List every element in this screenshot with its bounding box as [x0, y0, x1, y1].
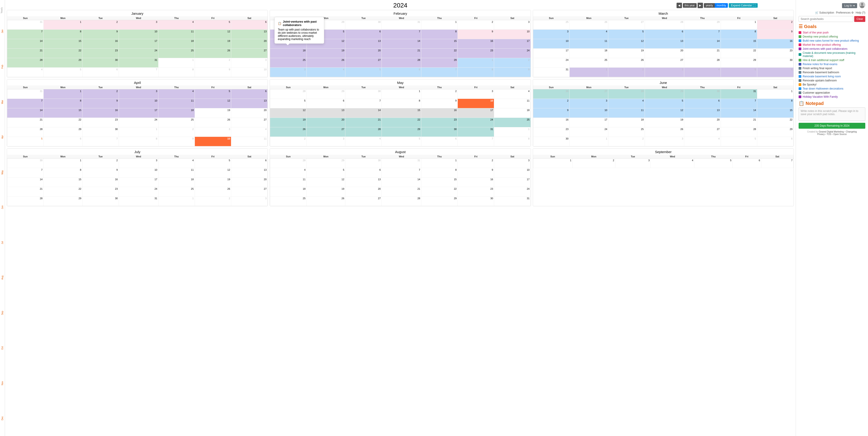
table-row[interactable]: 23	[82, 49, 119, 58]
table-row[interactable]: 4	[270, 168, 307, 177]
table-row[interactable]: 29	[43, 127, 83, 137]
table-row[interactable]: 28	[270, 158, 307, 168]
tos-link[interactable]: TOS	[827, 133, 831, 136]
table-row[interactable]: 3	[533, 30, 569, 39]
table-row[interactable]: 16	[82, 177, 119, 187]
table-row[interactable]: 11	[158, 30, 195, 39]
table-row[interactable]: 14	[382, 39, 421, 49]
table-row[interactable]: 9	[458, 30, 494, 39]
table-row[interactable]: 15	[43, 108, 83, 118]
table-row[interactable]: 13	[645, 39, 684, 49]
table-row[interactable]: 2	[82, 20, 119, 30]
table-row[interactable]: 21	[345, 118, 382, 127]
table-row[interactable]: 15	[757, 108, 794, 118]
list-item[interactable]: Renovate basement living room	[799, 75, 865, 79]
table-row[interactable]: 28	[645, 20, 684, 30]
table-row[interactable]: 11	[569, 39, 608, 49]
list-item[interactable]: Build new sales funnel for new product o…	[799, 39, 865, 43]
table-row[interactable]: 5	[694, 158, 733, 168]
table-row[interactable]: 28	[608, 89, 645, 99]
table-row[interactable]: 14	[7, 39, 43, 49]
table-row[interactable]: 11	[231, 137, 268, 146]
table-row[interactable]: 9	[421, 99, 458, 108]
table-row[interactable]: 3	[615, 158, 651, 168]
table-row[interactable]: 1	[421, 20, 458, 30]
table-row[interactable]: 8	[721, 30, 757, 39]
sidebar-month-apr[interactable]: Apr	[0, 119, 5, 155]
table-row[interactable]: 16	[421, 108, 458, 118]
search-input[interactable]	[799, 16, 853, 22]
table-row[interactable]: 10	[119, 30, 158, 39]
table-row[interactable]: 17	[119, 108, 158, 118]
table-row[interactable]: 27	[231, 49, 268, 58]
table-row[interactable]: 21	[7, 118, 43, 127]
table-row[interactable]: 29	[421, 58, 458, 68]
table-row[interactable]: 7	[7, 168, 43, 177]
table-row[interactable]: 5	[195, 89, 231, 99]
table-row[interactable]: 1	[158, 58, 195, 68]
table-row[interactable]: 3	[119, 158, 158, 168]
table-row[interactable]: 12	[270, 108, 307, 118]
table-row[interactable]: 6	[645, 30, 684, 39]
open-source-link[interactable]: Open Source	[833, 133, 847, 136]
table-row[interactable]: 21	[721, 118, 757, 127]
table-row[interactable]: 10	[494, 168, 530, 177]
list-item[interactable]: Tear down Halloween decorations	[799, 87, 865, 91]
table-row[interactable]: 31	[7, 20, 43, 30]
table-row[interactable]: 1	[494, 127, 530, 137]
table-row[interactable]: 24	[533, 58, 569, 68]
table-row[interactable]: 5	[645, 99, 684, 108]
table-row[interactable]: 7	[82, 137, 119, 146]
table-row[interactable]: 1	[721, 20, 757, 30]
changelog-link[interactable]: Changelog	[846, 130, 857, 133]
table-row[interactable]: 24	[458, 118, 494, 127]
table-row[interactable]: 18	[158, 39, 195, 49]
table-row[interactable]: 17	[569, 118, 608, 127]
table-row[interactable]: 3	[645, 137, 684, 146]
table-row[interactable]: 8	[421, 168, 458, 177]
table-row[interactable]: 22	[421, 187, 458, 197]
table-row[interactable]: 28	[721, 127, 757, 137]
table-row[interactable]: 29	[43, 197, 83, 206]
table-row[interactable]: 26	[195, 187, 231, 197]
next-year-button[interactable]: ▶	[698, 3, 703, 8]
table-row[interactable]: 7	[382, 168, 421, 177]
table-row[interactable]: 3	[458, 89, 494, 99]
table-row[interactable]: 8	[458, 68, 494, 77]
sidebar-month-mar[interactable]: Mar	[0, 84, 5, 120]
table-row[interactable]: 10	[231, 68, 268, 77]
table-row[interactable]: 15	[43, 39, 83, 49]
table-row[interactable]: 4	[684, 68, 721, 77]
table-row[interactable]: 21	[382, 49, 421, 58]
table-row[interactable]: 1	[43, 20, 83, 30]
table-row[interactable]: 11	[270, 177, 307, 187]
table-row[interactable]: 26	[195, 118, 231, 127]
table-row[interactable]: 26	[195, 49, 231, 58]
sidebar-month-aug[interactable]: Aug	[0, 260, 5, 295]
notepad-area[interactable]: Write notes in this scratch pad. Please …	[799, 108, 865, 121]
geared-link[interactable]: Geared Digital Marketing	[819, 130, 844, 133]
table-row[interactable]: 4	[569, 30, 608, 39]
table-row[interactable]: 3	[307, 137, 345, 146]
table-row[interactable]: 28	[382, 197, 421, 206]
table-row[interactable]: 29	[43, 58, 83, 68]
list-item[interactable]: Create & document new processes (trainin…	[799, 51, 865, 58]
table-row[interactable]: 18	[158, 108, 195, 118]
table-row[interactable]: 23	[458, 49, 494, 58]
table-row[interactable]: 10	[494, 30, 530, 39]
table-row[interactable]: 30	[345, 158, 382, 168]
table-row[interactable]: 30	[458, 197, 494, 206]
table-row[interactable]: 6	[82, 68, 119, 77]
table-row[interactable]: 6	[382, 68, 421, 77]
table-row[interactable]: 2	[757, 20, 794, 30]
table-row[interactable]: 22	[43, 49, 83, 58]
table-row[interactable]: 10	[195, 137, 231, 146]
table-row[interactable]: 31	[458, 127, 494, 137]
table-row[interactable]: 10	[458, 99, 494, 108]
table-row[interactable]: 10	[569, 108, 608, 118]
clear-button[interactable]: Clear	[854, 16, 865, 22]
table-row[interactable]: 3	[195, 127, 231, 137]
table-row[interactable]: 5	[721, 68, 757, 77]
monthly-view-button[interactable]: monthly	[715, 3, 728, 8]
table-row[interactable]: 22	[757, 118, 794, 127]
